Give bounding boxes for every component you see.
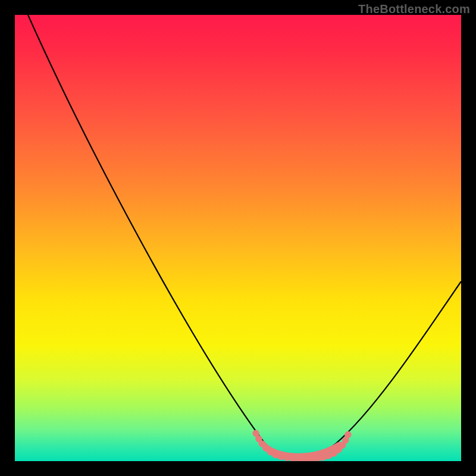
bottleneck-curve <box>28 15 461 457</box>
watermark-text: TheBottleneck.com <box>358 2 470 16</box>
plot-area <box>15 15 461 461</box>
curve-layer <box>15 15 461 461</box>
chart-canvas: TheBottleneck.com <box>0 0 476 476</box>
